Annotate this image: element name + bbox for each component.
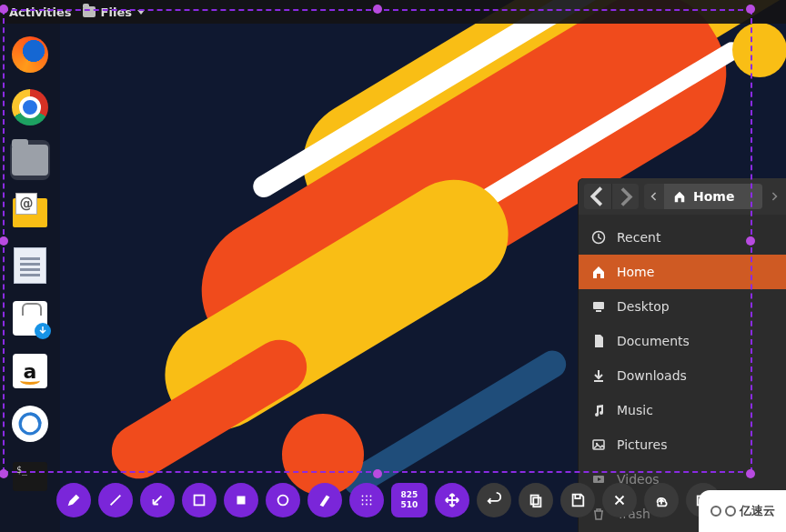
doc-icon	[591, 334, 606, 348]
update-badge-icon	[35, 323, 51, 339]
dock-simplenote[interactable]	[10, 404, 50, 444]
path-next-icon[interactable]	[768, 192, 781, 201]
document-icon	[14, 247, 46, 284]
svg-point-13	[362, 499, 364, 501]
dock-document[interactable]	[10, 246, 50, 286]
sidebar-item-label: Recent	[617, 230, 660, 245]
svg-point-11	[366, 496, 368, 497]
dock-chrome[interactable]	[10, 87, 50, 127]
svg-point-15	[370, 499, 372, 501]
software-icon	[13, 301, 47, 336]
sidebar-item-home[interactable]: Home	[579, 255, 786, 289]
tool-move-button[interactable]	[435, 483, 469, 517]
svg-point-18	[370, 504, 372, 506]
svg-point-10	[362, 496, 364, 497]
nav-forward-button[interactable]	[611, 184, 639, 209]
dock-mail[interactable]	[10, 193, 50, 233]
dock-files[interactable]	[10, 140, 50, 180]
tool-rect-button[interactable]	[182, 483, 217, 517]
svg-point-9	[278, 496, 288, 506]
folder-icon	[12, 145, 48, 176]
tool-blur-button[interactable]	[349, 483, 384, 517]
selection-dimensions: 825 510	[391, 483, 428, 517]
files-toolbar: Home	[579, 178, 786, 215]
sidebar-item-documents[interactable]: Documents	[579, 324, 786, 358]
sidebar-item-label: Desktop	[617, 299, 670, 314]
amazon-icon: a	[13, 354, 47, 388]
mail-icon	[13, 198, 47, 227]
image-icon	[591, 437, 606, 452]
tool-close-button[interactable]	[602, 483, 637, 517]
down-icon	[591, 368, 606, 383]
sidebar-item-label: Documents	[617, 334, 690, 348]
folder-icon	[83, 6, 96, 17]
svg-point-14	[366, 499, 368, 501]
svg-rect-20	[533, 497, 540, 507]
watermark: 亿速云	[699, 490, 786, 532]
dock-amazon[interactable]: a	[10, 351, 50, 391]
nav-back-button[interactable]	[584, 184, 611, 209]
dock-firefox[interactable]	[10, 35, 50, 75]
link-icon	[725, 506, 736, 517]
gnome-topbar: Activities Files	[0, 0, 786, 24]
svg-rect-2	[593, 302, 604, 309]
svg-rect-3	[596, 310, 601, 312]
sidebar-item-pictures[interactable]: Pictures	[579, 427, 786, 462]
tool-marker-button[interactable]	[307, 483, 342, 517]
tool-circle-button[interactable]	[266, 483, 300, 517]
tool-rect-fill-button[interactable]	[224, 483, 258, 517]
simplenote-icon	[12, 406, 48, 442]
sidebar-item-label: Pictures	[617, 437, 667, 452]
chevron-down-icon	[137, 10, 145, 15]
svg-point-16	[362, 504, 364, 506]
svg-point-12	[370, 496, 372, 497]
tool-arrow-button[interactable]	[140, 483, 175, 517]
sidebar-item-desktop[interactable]: Desktop	[579, 289, 786, 324]
dock-software[interactable]	[10, 298, 50, 338]
music-icon	[591, 403, 606, 417]
tool-save-button[interactable]	[560, 483, 595, 517]
chrome-icon	[12, 89, 48, 125]
link-icon	[710, 506, 721, 517]
tool-undo-button[interactable]	[477, 483, 511, 517]
sidebar-item-downloads[interactable]: Downloads	[579, 358, 786, 393]
path-label: Home	[693, 189, 734, 204]
dock: a $_	[0, 24, 60, 532]
home-icon	[673, 190, 686, 203]
svg-point-17	[366, 504, 368, 506]
desktop-icon	[591, 299, 606, 314]
tool-line-button[interactable]	[98, 483, 133, 517]
pathbar[interactable]: Home	[644, 184, 762, 209]
activities-button[interactable]: Activities	[9, 5, 72, 19]
tool-pen-button[interactable]	[56, 483, 91, 517]
sidebar-item-label: Downloads	[617, 368, 687, 383]
sidebar-item-label: Home	[617, 265, 654, 279]
screenshot-toolbar: 825 510	[38, 479, 739, 521]
svg-rect-7	[195, 496, 205, 506]
svg-rect-19	[531, 496, 539, 505]
watermark-text: 亿速云	[740, 503, 775, 519]
sidebar-item-music[interactable]: Music	[579, 393, 786, 427]
tool-copy-button[interactable]	[519, 483, 553, 517]
sidebar-item-recent[interactable]: Recent	[579, 220, 786, 255]
path-segment-home[interactable]: Home	[664, 184, 762, 209]
firefox-icon	[12, 36, 48, 73]
clock-icon	[591, 230, 606, 245]
sidebar-item-label: Music	[617, 403, 653, 417]
path-prev-icon[interactable]	[644, 192, 664, 201]
tool-upload-button[interactable]	[644, 483, 679, 517]
svg-rect-8	[237, 497, 246, 505]
topbar-app-menu[interactable]: Files	[83, 5, 145, 19]
home-icon	[591, 265, 606, 279]
